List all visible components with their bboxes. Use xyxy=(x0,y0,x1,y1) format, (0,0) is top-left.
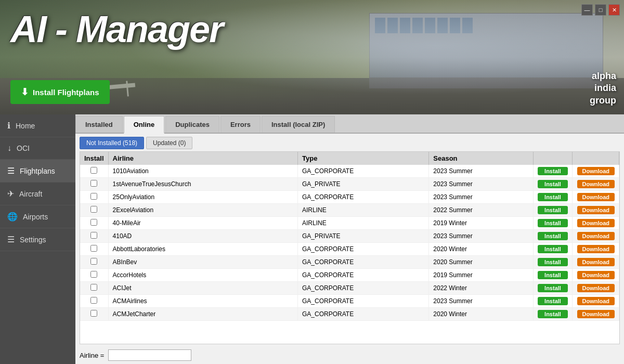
install-button[interactable]: Install xyxy=(538,193,568,201)
row-checkbox[interactable] xyxy=(90,284,97,291)
row-checkbox[interactable] xyxy=(90,310,97,317)
tab-installed[interactable]: Installed xyxy=(75,116,123,133)
sidebar-item-home[interactable]: ℹ Home xyxy=(0,114,75,137)
table-row: 40-MileAir AIRLINE 2019 Winter Install D… xyxy=(80,217,619,230)
install-button[interactable]: Install xyxy=(538,180,568,188)
brand-india: india xyxy=(590,82,616,94)
row-airline: 1stAvenueTrueJesusChurch xyxy=(108,178,297,191)
sub-tab-updated[interactable]: Updated (0) xyxy=(146,137,192,149)
table-container: Install Airline Type Season 1010Aviation… xyxy=(75,149,624,346)
tab-duplicates[interactable]: Duplicates xyxy=(165,116,219,133)
table-wrapper[interactable]: Install Airline Type Season 1010Aviation… xyxy=(80,151,620,344)
row-airline: 1010Aviation xyxy=(108,165,297,178)
row-checkbox-cell xyxy=(80,230,108,243)
row-checkbox[interactable] xyxy=(90,245,97,252)
download-button[interactable]: Download xyxy=(577,310,615,318)
filter-label: Airline = xyxy=(80,352,104,359)
row-download-cell: Download xyxy=(573,191,619,204)
row-checkbox[interactable] xyxy=(90,206,97,213)
sidebar-label-aircraft: Aircraft xyxy=(19,190,42,198)
sidebar-item-airports[interactable]: 🌐 Airports xyxy=(0,205,75,228)
row-checkbox[interactable] xyxy=(90,232,97,239)
row-download-cell: Download xyxy=(573,243,619,256)
sub-tab-not-installed[interactable]: Not Installed (518) xyxy=(80,137,144,149)
table-row: 1010Aviation GA_CORPORATE 2023 Summer In… xyxy=(80,165,619,178)
row-type: GA_CORPORATE xyxy=(298,269,429,282)
main-layout: ℹ Home ↓ OCI ☰ Flightplans ✈ Aircraft 🌐 … xyxy=(0,114,624,364)
row-type: AIRLINE xyxy=(298,217,429,230)
row-install-cell: Install xyxy=(534,282,573,295)
row-type: GA_CORPORATE xyxy=(298,308,429,321)
row-download-cell: Download xyxy=(573,256,619,269)
row-checkbox-cell xyxy=(80,295,108,308)
table-row: ACMJetCharter GA_CORPORATE 2020 Winter I… xyxy=(80,308,619,321)
row-download-cell: Download xyxy=(573,204,619,217)
download-button[interactable]: Download xyxy=(577,232,615,240)
download-button[interactable]: Download xyxy=(577,271,615,279)
row-download-cell: Download xyxy=(573,230,619,243)
install-button[interactable]: Install xyxy=(538,271,568,279)
row-checkbox-cell xyxy=(80,178,108,191)
row-checkbox[interactable] xyxy=(90,167,97,174)
brand-group: group xyxy=(590,95,616,107)
row-checkbox-cell xyxy=(80,165,108,178)
install-button[interactable]: Install xyxy=(538,297,568,305)
row-type: GA_CORPORATE xyxy=(298,256,429,269)
row-type: GA_CORPORATE xyxy=(298,295,429,308)
tab-online[interactable]: Online xyxy=(124,116,164,134)
install-button[interactable]: Install xyxy=(538,232,568,240)
settings-icon: ☰ xyxy=(7,235,15,244)
download-button[interactable]: Download xyxy=(577,297,615,305)
row-checkbox[interactable] xyxy=(90,193,97,200)
install-button[interactable]: Install xyxy=(538,284,568,292)
download-button[interactable]: Download xyxy=(577,206,615,214)
table-row: 2ExcelAviation AIRLINE 2022 Summer Insta… xyxy=(80,204,619,217)
row-checkbox[interactable] xyxy=(90,297,97,304)
install-button[interactable]: Install xyxy=(538,219,568,227)
row-type: GA_CORPORATE xyxy=(298,191,429,204)
sidebar-label-settings: Settings xyxy=(20,236,46,244)
row-checkbox[interactable] xyxy=(90,180,97,187)
download-button[interactable]: Download xyxy=(577,180,615,188)
download-button[interactable]: Download xyxy=(577,284,615,292)
download-button[interactable]: Download xyxy=(577,167,615,175)
sidebar-item-flightplans[interactable]: ☰ Flightplans xyxy=(0,160,75,183)
row-season: 2022 Summer xyxy=(429,204,534,217)
install-flightplans-button[interactable]: ⬇ Install Flightplans xyxy=(10,80,110,104)
airline-filter-input[interactable] xyxy=(108,349,191,361)
row-airline: ACIJet xyxy=(108,282,297,295)
row-install-cell: Install xyxy=(534,165,573,178)
close-button[interactable]: ✕ xyxy=(608,4,620,16)
sidebar: ℹ Home ↓ OCI ☰ Flightplans ✈ Aircraft 🌐 … xyxy=(0,114,75,364)
install-button[interactable]: Install xyxy=(538,310,568,318)
row-install-cell: Install xyxy=(534,295,573,308)
install-button[interactable]: Install xyxy=(538,258,568,266)
install-button[interactable]: Install xyxy=(538,167,568,175)
tab-errors[interactable]: Errors xyxy=(220,116,261,133)
row-checkbox[interactable] xyxy=(90,258,97,265)
download-button[interactable]: Download xyxy=(577,245,615,253)
row-checkbox-cell xyxy=(80,308,108,321)
install-button[interactable]: Install xyxy=(538,245,568,253)
row-checkbox[interactable] xyxy=(90,219,97,226)
maximize-button[interactable]: □ xyxy=(595,4,606,16)
row-install-cell: Install xyxy=(534,256,573,269)
minimize-button[interactable]: — xyxy=(581,4,593,16)
row-season: 2020 Winter xyxy=(429,243,534,256)
sidebar-item-settings[interactable]: ☰ Settings xyxy=(0,228,75,251)
content-area: Installed Online Duplicates Errors Insta… xyxy=(75,114,624,364)
row-season: 2019 Summer xyxy=(429,269,534,282)
download-button[interactable]: Download xyxy=(577,193,615,201)
row-download-cell: Download xyxy=(573,308,619,321)
table-row: ACIJet GA_CORPORATE 2022 Winter Install … xyxy=(80,282,619,295)
tab-install-zip[interactable]: Install (local ZIP) xyxy=(262,116,335,133)
airlines-table: Install Airline Type Season 1010Aviation… xyxy=(80,152,619,321)
row-download-cell: Download xyxy=(573,178,619,191)
row-download-cell: Download xyxy=(573,217,619,230)
download-button[interactable]: Download xyxy=(577,219,615,227)
download-button[interactable]: Download xyxy=(577,258,615,266)
sidebar-item-aircraft[interactable]: ✈ Aircraft xyxy=(0,183,75,205)
sidebar-item-oci[interactable]: ↓ OCI xyxy=(0,137,75,160)
row-checkbox[interactable] xyxy=(90,271,97,278)
install-button[interactable]: Install xyxy=(538,206,568,214)
